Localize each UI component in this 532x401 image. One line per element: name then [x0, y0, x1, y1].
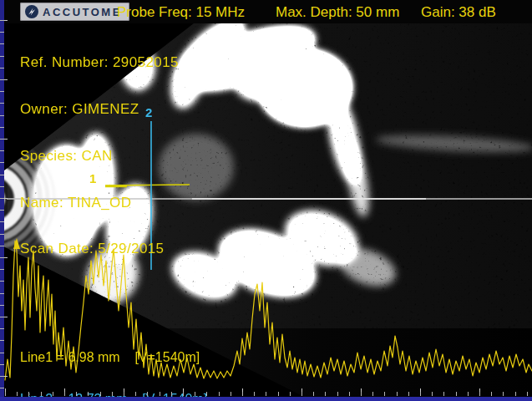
bottom-border [0, 397, 532, 401]
line1-readout: Line1 = 6.98 mm [V=1540m] [20, 351, 207, 365]
patient-name: Name: TINA_OD [20, 195, 179, 211]
accutome-logo-icon [25, 5, 38, 18]
bottom-ruler-minor-ticks [5, 392, 532, 396]
scan-date: Scan Date: 5/29/2015 [20, 241, 179, 257]
left-ruler-minor-ticks [0, 20, 4, 396]
max-depth-readout: Max. Depth: 50 mm [276, 4, 399, 21]
ref-number: Ref. Number: 29052015 [20, 55, 179, 71]
probe-freq-readout: Probe Freq: 15 MHz [117, 4, 245, 21]
gain-readout: Gain: 38 dB [421, 4, 496, 21]
accutome-logo: ACCUTOME [20, 3, 129, 21]
patient-info: Ref. Number: 29052015 Owner: GIMENEZ Spe… [20, 24, 179, 288]
ultrasound-screen: ACCUTOME Probe Freq: 15 MHz Max. Depth: … [0, 0, 532, 401]
logo-text: ACCUTOME [43, 7, 122, 18]
species: Species: CAN [20, 149, 179, 165]
owner: Owner: GIMENEZ [20, 102, 179, 118]
